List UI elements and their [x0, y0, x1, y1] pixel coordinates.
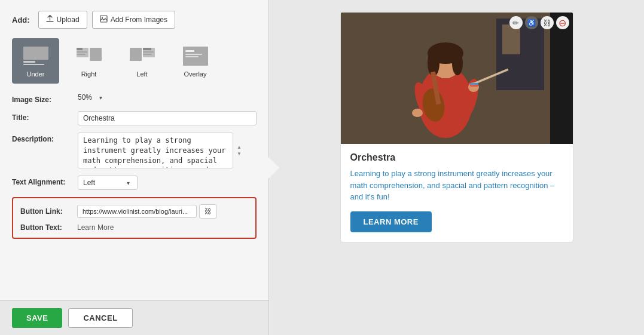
text-alignment-label: Text Alignment:	[12, 176, 78, 186]
left-content: Add: Upload Add From Images	[0, 0, 268, 300]
title-label: Title:	[12, 111, 78, 122]
image-size-row: Image Size: 50% ▾	[12, 93, 257, 104]
button-section: Button Link: ⛓ Button Text: Learn More	[12, 197, 257, 239]
svg-rect-3	[23, 61, 35, 63]
link-icon[interactable]: ⛓	[541, 16, 554, 29]
learn-more-button[interactable]: LEARN MORE	[350, 211, 432, 232]
preview-content: Orchestra Learning to play a strong inst…	[341, 144, 573, 242]
image-size-label: Image Size:	[12, 93, 78, 104]
description-control: Learning to play a strong instrument gre…	[78, 133, 257, 168]
svg-rect-2	[23, 47, 48, 60]
chain-link-icon: ⛓	[205, 207, 212, 216]
right-panel: ✏ ♿ ⛓ ⊖	[269, 0, 644, 335]
description-textarea[interactable]: Learning to play a strong instrument gre…	[78, 133, 233, 168]
svg-rect-13	[143, 51, 154, 53]
add-label: Add:	[12, 16, 30, 24]
image-icon	[100, 15, 108, 24]
layout-option-overlay[interactable]: Overlay	[172, 38, 219, 84]
add-from-images-label: Add From Images	[111, 16, 167, 24]
scroll-down-arrow[interactable]: ▼	[237, 151, 242, 156]
svg-rect-18	[185, 56, 199, 57]
upload-button[interactable]: Upload	[38, 11, 87, 29]
svg-rect-7	[77, 51, 87, 53]
button-text-label: Button Text:	[20, 223, 77, 232]
svg-rect-12	[143, 48, 151, 50]
image-size-value: 50%	[78, 93, 92, 102]
svg-rect-0	[100, 16, 107, 22]
svg-rect-17	[185, 54, 202, 55]
edit-icon[interactable]: ✏	[509, 16, 523, 29]
layout-overlay-icon	[179, 44, 212, 68]
remove-icon[interactable]: ⊖	[556, 16, 569, 29]
layout-option-right[interactable]: Right	[65, 38, 112, 84]
layout-option-left[interactable]: Left	[118, 38, 166, 84]
svg-rect-16	[185, 50, 194, 52]
text-alignment-select[interactable]: Left Center Right	[78, 176, 138, 190]
layout-overlay-label: Overlay	[184, 70, 207, 78]
add-from-images-button[interactable]: Add From Images	[92, 11, 175, 29]
panel-divider-arrow	[268, 157, 279, 179]
svg-rect-8	[77, 54, 86, 55]
image-size-dropdown-arrow[interactable]: ▾	[99, 94, 102, 101]
layout-left-icon	[126, 44, 158, 68]
button-link-row: Button Link: ⛓	[20, 204, 248, 219]
text-alignment-row: Text Alignment: Left Center Right ▾	[12, 176, 257, 190]
layout-option-under[interactable]: Under	[12, 38, 59, 84]
layout-right-icon	[72, 44, 105, 68]
description-scrollbar[interactable]: ▲ ▼	[236, 133, 243, 168]
preview-title: Orchestra	[350, 152, 563, 163]
title-row: Title:	[12, 111, 257, 125]
left-footer: SAVE CANCEL	[0, 300, 268, 335]
upload-icon	[46, 15, 54, 24]
preview-card: ✏ ♿ ⛓ ⊖	[340, 12, 573, 242]
preview-description: Learning to play a strong instrument gre…	[350, 168, 563, 203]
text-alignment-control: Left Center Right ▾	[78, 176, 257, 190]
button-link-label: Button Link:	[20, 207, 77, 216]
left-panel: Add: Upload Add From Images	[0, 0, 269, 335]
description-row: Description: Learning to play a strong i…	[12, 133, 257, 168]
save-button[interactable]: SAVE	[12, 308, 62, 328]
button-link-input-wrap: ⛓	[77, 204, 248, 219]
layout-left-label: Left	[136, 70, 147, 78]
button-text-row: Button Text: Learn More	[20, 223, 248, 232]
svg-point-29	[452, 51, 463, 75]
link-icon-button[interactable]: ⛓	[199, 204, 217, 219]
svg-point-32	[412, 109, 423, 117]
cancel-button[interactable]: CANCEL	[68, 308, 132, 328]
layout-under-label: Under	[27, 70, 45, 78]
layout-options-row: Under Right	[12, 38, 257, 84]
layout-under-icon	[19, 44, 52, 68]
image-size-control: 50% ▾	[78, 93, 257, 102]
button-link-input[interactable]	[77, 205, 197, 218]
svg-rect-39	[470, 83, 478, 85]
svg-rect-4	[23, 64, 44, 65]
scroll-up-arrow[interactable]: ▲	[237, 145, 242, 150]
svg-rect-14	[143, 54, 152, 55]
title-input[interactable]	[78, 111, 257, 125]
upload-label: Upload	[57, 16, 80, 24]
svg-rect-6	[77, 48, 83, 50]
add-row: Add: Upload Add From Images	[12, 11, 257, 29]
button-text-value: Learn More	[77, 223, 114, 232]
title-control	[78, 111, 257, 125]
preview-image	[341, 13, 573, 144]
preview-toolbar: ✏ ♿ ⛓ ⊖	[509, 16, 569, 29]
accessibility-icon[interactable]: ♿	[525, 16, 538, 29]
svg-rect-9	[90, 48, 102, 61]
svg-rect-10	[130, 48, 142, 61]
description-label: Description:	[12, 133, 78, 143]
layout-right-label: Right	[81, 70, 97, 78]
svg-rect-23	[550, 13, 573, 144]
svg-point-1	[102, 17, 103, 19]
